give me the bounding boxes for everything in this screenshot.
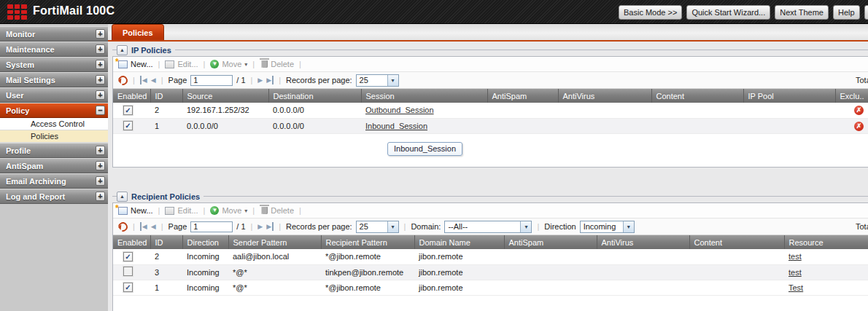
first-page-icon[interactable] (140, 76, 147, 84)
quick-start-wizard-button[interactable]: Quick Start Wizard... (686, 5, 770, 20)
column-header-domain-name: Domain Name (414, 235, 504, 249)
red-x-icon[interactable] (854, 106, 864, 115)
sidebar-item-access-control[interactable]: Access Control (0, 118, 108, 130)
sender-pattern-cell: *@* (228, 264, 321, 280)
resource-link[interactable]: test (788, 268, 802, 277)
page-input[interactable] (190, 221, 233, 232)
ip-pool-cell (743, 103, 835, 118)
id-cell: 1 (150, 118, 182, 133)
expand-plus-icon[interactable] (96, 90, 105, 100)
column-header-antivirus: AntiVirus (597, 235, 689, 249)
recipient-policies-toolbar: New... | Edit... | Move | Delete | (113, 203, 868, 219)
ip-policies-panel: IP Policies New... | Edit... | Move | De… (112, 44, 868, 168)
tab-policies[interactable]: Policies (112, 24, 164, 40)
resource-link[interactable]: test (788, 252, 802, 261)
session-link[interactable]: Outbound_Session (365, 106, 434, 114)
collapse-minus-icon[interactable] (96, 106, 105, 115)
id-cell: 2 (150, 249, 182, 264)
logout-button[interactable]: Logout (864, 5, 868, 20)
move-button[interactable]: Move (210, 60, 247, 68)
enabled-checkbox[interactable] (123, 106, 133, 115)
session-link[interactable]: Inbound_Session (365, 122, 427, 130)
enabled-checkbox[interactable] (123, 252, 133, 261)
column-header-antivirus: AntiVirus (558, 89, 651, 103)
column-header-antispam: AntiSpam (504, 235, 597, 249)
edit-icon (165, 207, 174, 215)
new-button[interactable]: New... (118, 206, 153, 215)
enabled-checkbox[interactable] (123, 283, 133, 292)
basic-mode-button[interactable]: Basic Mode >> (619, 5, 682, 20)
prev-page-icon[interactable] (151, 222, 156, 231)
table-header-row: EnabledIDDirectionSender PatternRecipien… (113, 235, 868, 249)
sidebar-item-profile[interactable]: Profile (0, 143, 108, 158)
resource-link[interactable]: Test (788, 283, 803, 292)
edit-button[interactable]: Edit... (165, 206, 198, 215)
column-header-source: Source (182, 89, 268, 103)
domain-select[interactable]: --All-- (444, 221, 532, 233)
expand-plus-icon[interactable] (96, 146, 105, 155)
exclusive-cell (835, 118, 868, 133)
sidebar-item-maintenance[interactable]: Maintenance (0, 42, 108, 57)
red-x-icon[interactable] (854, 122, 864, 131)
records-per-page-select[interactable]: 25 (356, 74, 399, 87)
next-page-icon[interactable] (257, 222, 263, 231)
enabled-checkbox[interactable] (123, 121, 133, 130)
sidebar-item-antispam[interactable]: AntiSpam (0, 158, 108, 173)
expand-plus-icon[interactable] (96, 29, 105, 39)
sidebar-item-policies[interactable]: Policies (0, 130, 108, 143)
direction-select[interactable]: Incoming (580, 221, 635, 233)
column-header-id: ID (150, 89, 182, 103)
table-row: 2Incomingaali@jibon.local*@jibon.remotej… (113, 249, 868, 264)
page-input[interactable] (190, 75, 233, 86)
records-per-page-select[interactable]: 25 (356, 221, 399, 233)
sidebar-item-policy[interactable]: Policy (0, 103, 108, 118)
refresh-icon[interactable] (116, 220, 129, 233)
id-cell: 1 (150, 280, 182, 295)
ip-policies-toolbar: New... | Edit... | Move | Delete | (113, 57, 868, 72)
antivirus-cell (558, 103, 651, 118)
expand-plus-icon[interactable] (96, 192, 105, 201)
collapse-section-icon[interactable] (117, 192, 128, 202)
collapse-section-icon[interactable] (117, 45, 128, 55)
next-theme-button[interactable]: Next Theme (775, 5, 829, 20)
main-content: IP Policies New... | Edit... | Move | De… (108, 42, 868, 311)
next-page-icon[interactable] (257, 76, 263, 84)
enabled-checkbox[interactable] (123, 267, 133, 276)
enabled-cell (113, 103, 150, 118)
chevron-down-icon (244, 61, 247, 68)
new-button[interactable]: New... (118, 60, 153, 68)
expand-plus-icon[interactable] (96, 44, 105, 54)
sidebar-item-system[interactable]: System (0, 57, 108, 72)
destination-cell: 0.0.0.0/0 (268, 118, 361, 133)
expand-plus-icon[interactable] (96, 60, 105, 69)
antispam-cell (487, 103, 558, 118)
expand-plus-icon[interactable] (96, 161, 105, 170)
sidebar-item-log-and-report[interactable]: Log and Report (0, 189, 108, 204)
ip-policies-header: IP Policies (112, 44, 868, 55)
last-page-icon[interactable] (266, 222, 274, 231)
sender-pattern-cell: *@* (228, 280, 321, 295)
enabled-cell (113, 118, 150, 133)
resource-cell: test (784, 264, 868, 280)
sidebar-item-monitor[interactable]: Monitor (0, 26, 108, 42)
domain-name-cell: jibon.remote (414, 280, 504, 295)
expand-plus-icon[interactable] (96, 176, 105, 186)
sidebar-item-user[interactable]: User (0, 87, 108, 103)
sidebar-item-mail-settings[interactable]: Mail Settings (0, 72, 108, 87)
move-button[interactable]: Move (210, 206, 247, 215)
tab-strip: Policies (108, 24, 868, 40)
delete-button[interactable]: Delete (260, 206, 294, 215)
recipient-policies-table: EnabledIDDirectionSender PatternRecipien… (113, 235, 868, 296)
domain-label: Domain: (411, 222, 441, 231)
last-page-icon[interactable] (266, 76, 274, 84)
refresh-icon[interactable] (116, 74, 129, 87)
antivirus-cell (597, 264, 689, 280)
edit-button[interactable]: Edit... (165, 60, 198, 68)
expand-plus-icon[interactable] (96, 75, 105, 84)
delete-button[interactable]: Delete (260, 60, 294, 68)
help-button[interactable]: Help (833, 5, 860, 20)
sidebar-item-email-archiving[interactable]: Email Archiving (0, 173, 108, 189)
first-page-icon[interactable] (140, 222, 147, 231)
prev-page-icon[interactable] (151, 76, 156, 84)
domain-name-cell: jibon.remote (414, 249, 504, 264)
